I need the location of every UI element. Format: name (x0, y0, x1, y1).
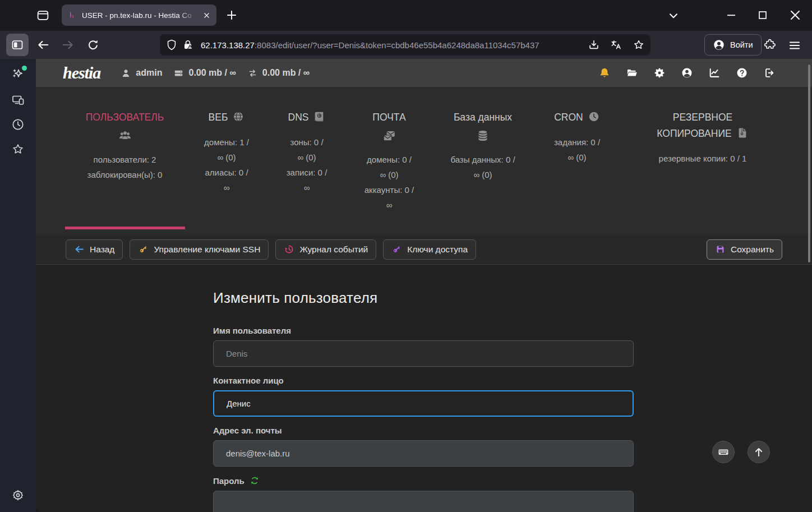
password-field[interactable] (213, 491, 634, 512)
firefox-view-icon[interactable] (36, 8, 50, 22)
window-close-button[interactable] (787, 7, 803, 23)
username-group: Имя пользователя (213, 326, 634, 367)
menu-title: DNS (276, 109, 338, 126)
contact-group: Контактное лицо (213, 376, 634, 417)
forward-button[interactable] (61, 38, 75, 52)
menu-item-db[interactable]: База данных базы данных: 0 / ∞ (0) (441, 109, 525, 182)
address-book-icon (313, 110, 325, 123)
hestia-header: hestia admin 0.00 mb / ∞ 0.00 mb / ∞ (36, 59, 812, 87)
account-settings-icon[interactable] (681, 67, 693, 79)
stat-line: задания: 0 / ∞ (0) (546, 135, 608, 165)
url-host: 62.173.138.27 (201, 40, 255, 50)
firefox-sidebar (0, 59, 36, 512)
active-tab-underline (65, 227, 185, 229)
help-icon[interactable] (736, 67, 748, 79)
email-label: Адрес эл. почты (213, 426, 634, 435)
reload-button[interactable] (86, 38, 100, 52)
page-title: Изменить пользователя (213, 289, 812, 307)
password-group: Пароль (213, 476, 634, 512)
username-field[interactable] (213, 340, 634, 367)
tracking-protection-shield-icon[interactable] (165, 39, 178, 51)
url-path: :8083/edit/user/?user=Denis&token=cbdb46… (255, 40, 539, 50)
sidebar-settings-icon[interactable] (11, 488, 25, 502)
menu-item-backup[interactable]: РЕЗЕРВНОЕ КОПИРОВАНИЕ резервные копии: 0… (649, 109, 756, 166)
menu-title: ПОЧТА (352, 109, 426, 143)
tab-bar: USER - pn.tex-lab.ru - Hestia Co (0, 0, 812, 31)
window-maximize-button[interactable] (756, 8, 769, 22)
connection-lock-icon[interactable] (182, 39, 194, 51)
window-minimize-button[interactable] (724, 8, 739, 22)
notifications-bell-icon[interactable] (598, 67, 611, 79)
menu-title: ПОЛЬЗОВАТЕЛЬ (64, 109, 185, 143)
url-bar[interactable]: 62.173.138.27:8083/edit/user/?user=Denis… (160, 34, 650, 56)
logged-in-user[interactable]: admin (121, 68, 162, 79)
access-keys-button[interactable]: Ключи доступа (383, 239, 476, 260)
new-tab-button[interactable] (224, 8, 239, 22)
synced-tabs-icon[interactable] (11, 93, 25, 107)
browser-toolbar: 62.173.138.27:8083/edit/user/?user=Denis… (0, 31, 812, 59)
header-actions (598, 67, 776, 79)
menu-item-cron[interactable]: CRON задания: 0 / ∞ (0) (546, 109, 608, 165)
history-clock-icon (284, 244, 294, 255)
browser-tab[interactable]: USER - pn.tex-lab.ru - Hestia Co (62, 4, 216, 26)
page-scrollbar[interactable] (808, 64, 810, 262)
save-button[interactable]: Сохранить (707, 239, 782, 260)
disk-usage: 0.00 mb / ∞ (173, 68, 236, 79)
sign-in-button[interactable]: Войти (704, 34, 762, 56)
manage-ssh-keys-button[interactable]: Управление ключами SSH (130, 239, 269, 260)
stat-line: домены: 1 / ∞ (0) (196, 135, 257, 165)
tab-close-icon[interactable] (202, 11, 211, 20)
ssh-key-icon (138, 244, 149, 255)
scroll-to-top-button[interactable] (748, 441, 770, 463)
users-icon (118, 128, 132, 143)
history-icon[interactable] (11, 118, 25, 131)
sidebar-toggle-button[interactable] (6, 34, 29, 56)
translate-icon[interactable] (610, 39, 622, 51)
stat-line: записи: 0 / ∞ (276, 165, 338, 195)
sidebar-icon (11, 38, 24, 52)
file-manager-icon[interactable] (626, 67, 638, 79)
page-toolbar: Назад Управление ключами SSH Журнал собы… (36, 234, 812, 265)
disk-usage-value: 0.00 mb / ∞ (188, 68, 236, 78)
save-floppy-icon (715, 244, 726, 255)
statistics-icon[interactable] (708, 67, 721, 79)
generate-password-icon[interactable] (250, 476, 260, 486)
stat-line: домены: 0 / ∞ (0) (352, 152, 426, 182)
logout-icon[interactable] (763, 67, 776, 79)
email-field[interactable] (213, 440, 634, 467)
back-button[interactable] (36, 38, 50, 52)
url-text: 62.173.138.27:8083/edit/user/?user=Denis… (201, 40, 578, 50)
save-page-icon[interactable] (588, 39, 600, 51)
app-menu-icon[interactable] (787, 38, 802, 53)
access-key-icon (391, 244, 402, 255)
bookmarks-icon[interactable] (11, 142, 25, 156)
menu-item-mail[interactable]: ПОЧТА домены: 0 / ∞ (0) аккаунты: 0 / ∞ (352, 109, 426, 213)
access-keys-label: Ключи доступа (407, 245, 468, 255)
contact-field[interactable] (213, 390, 634, 417)
menu-item-dns[interactable]: DNS зоны: 0 / ∞ (0) записи: 0 / ∞ (276, 109, 338, 195)
stat-line: резервные копии: 0 / 1 (649, 151, 756, 166)
hestia-logo[interactable]: hestia (63, 63, 100, 82)
menu-item-web[interactable]: ВЕБ домены: 1 / ∞ (0) алиасы: 0 / ∞ (196, 109, 257, 195)
archive-file-icon (736, 127, 749, 139)
event-log-button[interactable]: Журнал событий (275, 239, 376, 260)
ai-status-dot (22, 66, 27, 71)
stat-line: алиасы: 0 / ∞ (196, 165, 257, 195)
event-log-label: Журнал событий (299, 245, 368, 255)
hestia-favicon (67, 10, 77, 20)
server-settings-icon[interactable] (653, 67, 666, 79)
keyboard-icon (717, 446, 730, 458)
user-icon (121, 68, 131, 79)
email-group: Адрес эл. почты (213, 426, 634, 467)
back-button-page[interactable]: Назад (66, 239, 123, 260)
extensions-icon[interactable] (763, 38, 777, 52)
up-arrow-icon (753, 446, 765, 458)
stat-line: заблокирован(ы): 0 (64, 167, 185, 182)
virtual-keyboard-button[interactable] (712, 441, 735, 463)
bookmark-star-icon[interactable] (633, 39, 645, 51)
bandwidth-usage: 0.00 mb / ∞ (247, 68, 310, 79)
menu-item-users[interactable]: ПОЛЬЗОВАТЕЛЬ пользователи: 2 заблокирова… (64, 109, 185, 182)
list-all-tabs-icon[interactable] (666, 8, 681, 23)
stats-menu: ПОЛЬЗОВАТЕЛЬ пользователи: 2 заблокирова… (36, 87, 812, 234)
back-arrow-icon (74, 244, 85, 255)
